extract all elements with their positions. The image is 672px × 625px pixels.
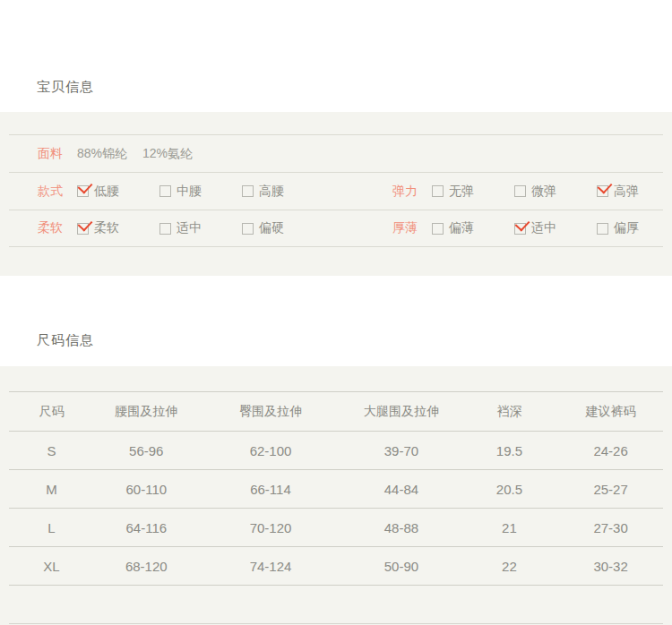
size-info-panel: 尺码 腰围及拉伸 臀围及拉伸 大腿围及拉伸 裆深 建议裤码 S 56-96 62… <box>0 366 672 625</box>
size-table: 尺码 腰围及拉伸 臀围及拉伸 大腿围及拉伸 裆深 建议裤码 S 56-96 62… <box>9 391 663 586</box>
style-label: 款式 <box>38 184 63 200</box>
option-high-waist[interactable]: 高腰 <box>242 184 324 200</box>
option-firm[interactable]: 偏硬 <box>242 220 324 236</box>
option-label: 适中 <box>177 220 202 236</box>
size-cell: M <box>9 470 94 509</box>
fabric-value: 12%氨纶 <box>142 146 193 162</box>
option-label: 微弹 <box>531 184 556 200</box>
product-info-panel: 面料 88%锦纶 12%氨纶 款式 低腰 中腰 高腰 <box>0 112 672 276</box>
checkbox-icon[interactable] <box>242 185 254 197</box>
table-row-xl: XL 68-120 74-124 50-90 22 30-32 <box>9 547 663 586</box>
column-header: 建议裤码 <box>558 392 663 432</box>
checkbox-icon[interactable] <box>159 223 171 235</box>
option-label: 偏硬 <box>259 220 284 236</box>
size-cell: 66-114 <box>199 470 343 509</box>
table-row-s: S 56-96 62-100 39-70 19.5 24-26 <box>9 432 663 470</box>
size-cell: 30-32 <box>558 547 663 586</box>
option-label: 适中 <box>531 220 556 236</box>
size-cell: 25-27 <box>558 470 663 509</box>
size-table-header-row: 尺码 腰围及拉伸 臀围及拉伸 大腿围及拉伸 裆深 建议裤码 <box>9 392 663 432</box>
table-row-m: M 60-110 66-114 44-84 20.5 25-27 <box>9 470 663 509</box>
option-no-stretch[interactable]: 无弹 <box>432 184 514 200</box>
option-label: 偏厚 <box>614 220 639 236</box>
column-header: 尺码 <box>9 392 94 432</box>
size-cell: XL <box>9 547 94 586</box>
size-cell: 70-120 <box>199 509 343 547</box>
elasticity-label: 弹力 <box>392 184 418 200</box>
option-high-stretch[interactable]: 高弹 <box>597 184 672 200</box>
size-cell: 60-110 <box>94 470 199 509</box>
size-cell: 19.5 <box>461 432 559 470</box>
column-header: 裆深 <box>461 392 559 432</box>
thickness-label: 厚薄 <box>392 220 418 236</box>
fabric-label: 面料 <box>38 146 63 162</box>
size-cell: 56-96 <box>94 432 199 470</box>
size-cell: 20.5 <box>461 470 559 509</box>
option-slight-stretch[interactable]: 微弹 <box>514 184 597 200</box>
size-cell: 64-116 <box>94 509 199 547</box>
option-label: 高弹 <box>614 184 639 200</box>
size-cell: 68-120 <box>94 547 199 586</box>
size-cell: 27-30 <box>558 509 663 547</box>
size-cell: 21 <box>461 509 559 547</box>
table-row-l: L 64-116 70-120 48-88 21 27-30 <box>9 509 663 547</box>
size-cell: 62-100 <box>199 432 343 470</box>
option-label: 无弹 <box>449 184 474 200</box>
size-info-title: 尺码信息 <box>0 276 672 349</box>
product-detail-page: 宝贝信息 面料 88%锦纶 12%氨纶 款式 低腰 中腰 <box>0 0 672 625</box>
size-cell: 24-26 <box>558 432 663 470</box>
column-header: 大腿围及拉伸 <box>342 392 460 432</box>
checkbox-icon[interactable] <box>597 185 608 197</box>
option-medium-soft[interactable]: 适中 <box>159 220 242 236</box>
size-cell: 44-84 <box>342 470 460 509</box>
checkbox-icon[interactable] <box>432 185 444 197</box>
size-cell: 22 <box>461 547 559 586</box>
column-header: 臀围及拉伸 <box>199 392 343 432</box>
checkbox-icon[interactable] <box>597 223 608 235</box>
bottom-divider <box>9 623 663 624</box>
option-label: 低腰 <box>94 184 119 200</box>
checkbox-icon[interactable] <box>242 223 254 235</box>
option-thick[interactable]: 偏厚 <box>597 220 672 236</box>
attribute-row-style-elastic: 款式 低腰 中腰 高腰 弹力 无弹 <box>9 172 663 210</box>
option-mid-waist[interactable]: 中腰 <box>159 184 242 200</box>
option-medium-thickness[interactable]: 适中 <box>514 220 597 236</box>
column-header: 腰围及拉伸 <box>94 392 199 432</box>
checkbox-icon[interactable] <box>159 185 171 197</box>
fabric-row: 面料 88%锦纶 12%氨纶 <box>9 134 663 172</box>
product-info-title: 宝贝信息 <box>0 0 672 96</box>
option-label: 柔软 <box>94 220 119 236</box>
checkbox-icon[interactable] <box>432 223 444 235</box>
checkbox-icon[interactable] <box>514 185 526 197</box>
option-label: 中腰 <box>177 184 202 200</box>
size-cell: S <box>9 432 94 470</box>
fabric-value: 88%锦纶 <box>77 146 127 162</box>
size-cell: 50-90 <box>342 547 460 586</box>
size-cell: 48-88 <box>342 509 460 547</box>
softness-label: 柔软 <box>38 220 63 236</box>
checkbox-icon[interactable] <box>514 223 526 235</box>
checkbox-icon[interactable] <box>77 185 89 197</box>
option-label: 高腰 <box>259 184 284 200</box>
option-thin[interactable]: 偏薄 <box>432 220 514 236</box>
size-cell: 74-124 <box>199 547 343 586</box>
size-cell: L <box>9 509 94 547</box>
checkbox-icon[interactable] <box>77 223 89 235</box>
option-label: 偏薄 <box>449 220 474 236</box>
size-cell: 39-70 <box>342 432 460 470</box>
option-low-waist[interactable]: 低腰 <box>77 184 159 200</box>
attribute-row-softness-thickness: 柔软 柔软 适中 偏硬 厚薄 偏薄 <box>9 210 663 247</box>
option-soft[interactable]: 柔软 <box>77 220 159 236</box>
